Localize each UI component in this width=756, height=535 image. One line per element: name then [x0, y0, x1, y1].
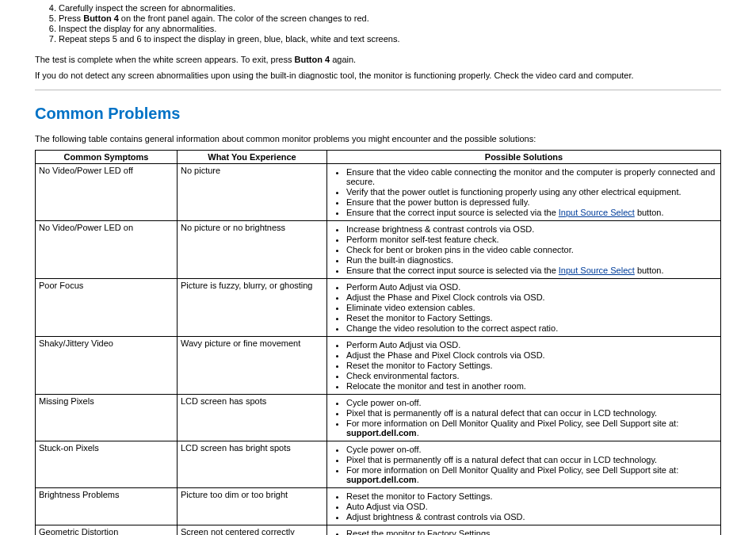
cell-experience: No picture — [178, 164, 327, 221]
table-row: Stuck-on Pixels LCD screen has bright sp… — [36, 441, 721, 488]
list-item: Perform Auto Adjust via OSD. — [346, 340, 717, 350]
cell-solutions: Perform Auto Adjust via OSD. Adjust the … — [327, 337, 721, 395]
th-symptoms: Common Symptoms — [36, 151, 178, 164]
test-complete-text: The test is complete when the white scre… — [35, 55, 721, 64]
list-item: Check for bent or broken pins in the vid… — [346, 245, 717, 254]
list-item: Adjust the Phase and Pixel Clock control… — [346, 292, 717, 302]
section-heading: Common Problems — [35, 105, 721, 123]
cell-symptom: No Video/Power LED off — [36, 164, 178, 221]
cell-symptom: Brightness Problems — [36, 488, 178, 525]
cell-experience: Wavy picture or fine movement — [178, 337, 327, 395]
list-item: Adjust the Phase and Pixel Clock control… — [346, 350, 717, 360]
list-item: For more information on Dell Monitor Qua… — [346, 418, 717, 438]
steps-list: Carefully inspect the screen for abnorma… — [35, 3, 721, 44]
cell-experience: Screen not centered correctly — [178, 525, 327, 536]
detect-text: If you do not detect any screen abnormal… — [35, 71, 721, 80]
list-item: Reset the monitor to Factory Settings. — [346, 361, 717, 370]
step-6: Inspect the display for any abnormalitie… — [59, 24, 721, 33]
table-row: Poor Focus Picture is fuzzy, blurry, or … — [36, 279, 721, 337]
list-item: Reset the monitor to Factory Settings. — [346, 529, 717, 535]
list-item: Ensure that the video cable connecting t… — [346, 167, 717, 186]
table-row: Brightness Problems Picture too dim or t… — [36, 488, 721, 525]
list-item: Verify that the power outlet is function… — [346, 187, 717, 197]
input-source-link[interactable]: Input Source Select — [559, 266, 635, 275]
cell-solutions: Perform Auto Adjust via OSD. Adjust the … — [327, 279, 721, 337]
cell-symptom: No Video/Power LED on — [36, 221, 178, 279]
list-item: Reset the monitor to Factory Settings. — [346, 313, 717, 323]
input-source-link[interactable]: Input Source Select — [559, 208, 635, 217]
list-item: Perform Auto Adjust via OSD. — [346, 282, 717, 292]
list-item: Increase brightness & contrast controls … — [346, 224, 717, 234]
list-item: Ensure that the correct input source is … — [346, 208, 717, 217]
list-item: Auto Adjust via OSD. — [346, 502, 717, 511]
cell-symptom: Stuck-on Pixels — [36, 441, 178, 488]
cell-solutions: Cycle power on-off. Pixel that is perman… — [327, 441, 721, 488]
list-item: Change the video resolution to the corre… — [346, 323, 717, 333]
list-item: Pixel that is permanently off is a natur… — [346, 455, 717, 464]
support-site: support.dell.com — [346, 428, 417, 438]
list-item: Run the built-in diagnostics. — [346, 255, 717, 265]
step-5: Press Button 4 on the front panel again.… — [59, 13, 721, 23]
cell-solutions: Cycle power on-off. Pixel that is perman… — [327, 395, 721, 441]
step-4: Carefully inspect the screen for abnorma… — [59, 3, 721, 13]
list-item: Ensure that the power button is depresse… — [346, 197, 717, 207]
support-site: support.dell.com — [346, 475, 417, 484]
list-item: Adjust brightness & contrast controls vi… — [346, 512, 717, 522]
step-7: Repeat steps 5 and 6 to inspect the disp… — [59, 34, 721, 44]
table-row: Missing Pixels LCD screen has spots Cycl… — [36, 395, 721, 441]
list-item: Reset the monitor to Factory Settings. — [346, 491, 717, 501]
cell-solutions: Increase brightness & contrast controls … — [327, 221, 721, 279]
th-experience: What You Experience — [178, 151, 327, 164]
list-item: Pixel that is permanently off is a natur… — [346, 408, 717, 418]
table-row: No Video/Power LED off No picture Ensure… — [36, 164, 721, 221]
cell-experience: LCD screen has spots — [178, 395, 327, 441]
cell-solutions: Reset the monitor to Factory Settings. A… — [327, 488, 721, 525]
list-item: Ensure that the correct input source is … — [346, 266, 717, 275]
table-row: Geometric Distortion Screen not centered… — [36, 525, 721, 536]
th-solutions: Possible Solutions — [327, 151, 721, 164]
cell-symptom: Geometric Distortion — [36, 525, 178, 536]
table-row: No Video/Power LED on No picture or no b… — [36, 221, 721, 279]
list-item: Cycle power on-off. — [346, 398, 717, 407]
list-item: Eliminate video extension cables. — [346, 303, 717, 312]
list-item: Perform monitor self-test feature check. — [346, 235, 717, 244]
cell-symptom: Poor Focus — [36, 279, 178, 337]
list-item: For more information on Dell Monitor Qua… — [346, 465, 717, 484]
table-row: Shaky/Jittery Video Wavy picture or fine… — [36, 337, 721, 395]
cell-symptom: Missing Pixels — [36, 395, 178, 441]
problems-table: Common Symptoms What You Experience Poss… — [35, 150, 721, 535]
cell-solutions: Ensure that the video cable connecting t… — [327, 164, 721, 221]
intro-text: The following table contains general inf… — [35, 134, 721, 143]
cell-experience: LCD screen has bright spots — [178, 441, 327, 488]
list-item: Relocate the monitor and test in another… — [346, 381, 717, 391]
table-header-row: Common Symptoms What You Experience Poss… — [36, 151, 721, 164]
cell-experience: Picture is fuzzy, blurry, or ghosting — [178, 279, 327, 337]
cell-experience: Picture too dim or too bright — [178, 488, 327, 525]
list-item: Check environmental factors. — [346, 371, 717, 380]
list-item: Cycle power on-off. — [346, 445, 717, 454]
cell-symptom: Shaky/Jittery Video — [36, 337, 178, 395]
cell-experience: No picture or no brightness — [178, 221, 327, 279]
cell-solutions: Reset the monitor to Factory Settings. A… — [327, 525, 721, 536]
divider — [35, 90, 721, 90]
